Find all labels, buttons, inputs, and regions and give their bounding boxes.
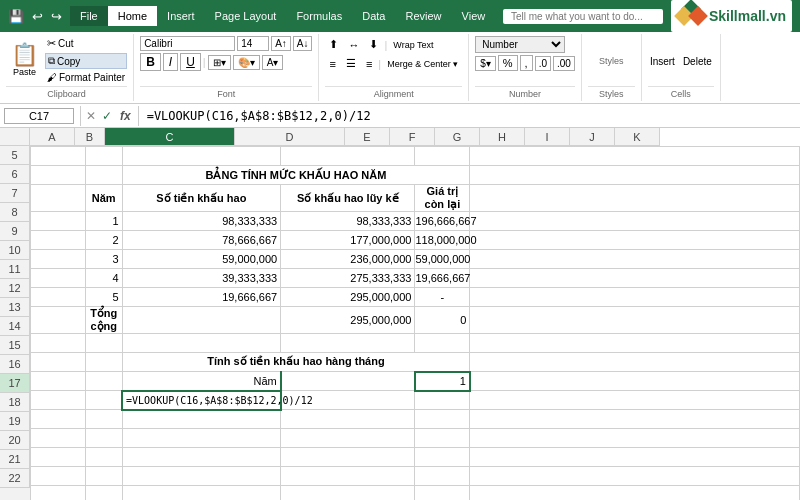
cell-a7[interactable] [31,185,86,212]
tab-file[interactable]: File [70,6,108,26]
row-number-12[interactable]: 12 [0,279,30,298]
col-header-c[interactable]: C [105,128,235,146]
number-format-select[interactable]: Number General Currency Percentage [475,36,565,53]
cell-b14[interactable] [85,334,122,353]
cell-d9[interactable]: 177,000,000 [281,231,415,250]
row-number-11[interactable]: 11 [0,260,30,279]
tab-page-layout[interactable]: Page Layout [205,6,287,26]
col-header-g[interactable]: G [435,128,480,146]
font-name-select[interactable] [140,36,235,51]
font-size-input[interactable] [237,36,269,51]
border-button[interactable]: ⊞▾ [208,55,231,70]
cell-d5[interactable] [281,147,415,166]
align-bottom-button[interactable]: ⬇ [365,36,382,53]
confirm-icon[interactable]: ✓ [99,109,115,123]
delete-button[interactable]: Delete [681,54,714,69]
cell-a13[interactable] [31,307,86,334]
cell-a17[interactable] [31,391,86,410]
cell-a11[interactable] [31,269,86,288]
cell-a14[interactable] [31,334,86,353]
cell-a9[interactable] [31,231,86,250]
cell-b11[interactable]: 4 [85,269,122,288]
cell-e5[interactable] [415,147,470,166]
cell-a12[interactable] [31,288,86,307]
row-number-9[interactable]: 9 [0,222,30,241]
font-size-increase-button[interactable]: A↑ [271,36,291,51]
name-box[interactable] [4,108,74,124]
cell-a10[interactable] [31,250,86,269]
row-number-21[interactable]: 21 [0,450,30,469]
paste-button[interactable]: 📋 Paste [6,40,43,80]
cell-b7[interactable]: Năm [85,185,122,212]
tab-review[interactable]: Review [395,6,451,26]
col-header-a[interactable]: A [30,128,75,146]
col-header-b[interactable]: B [75,128,105,146]
cell-c11[interactable]: 39,333,333 [122,269,281,288]
cell-d13[interactable]: 295,000,000 [281,307,415,334]
increase-decimal-button[interactable]: .00 [553,56,575,71]
underline-button[interactable]: U [180,53,201,71]
cell-b5[interactable] [85,147,122,166]
undo-icon[interactable]: ↩ [30,8,45,25]
cell-a15[interactable] [31,353,86,372]
currency-button[interactable]: $▾ [475,56,496,71]
align-middle-button[interactable]: ↔ [344,37,363,53]
cell-b15[interactable] [85,353,122,372]
wrap-text-button[interactable]: Wrap Text [389,38,437,52]
align-left-button[interactable]: ≡ [325,56,339,72]
save-icon[interactable]: 💾 [6,8,26,25]
col-header-f[interactable]: F [390,128,435,146]
cell-a8[interactable] [31,212,86,231]
col-header-h[interactable]: H [480,128,525,146]
cell-c6[interactable]: BẢNG TÍNH MỨC KHẤU HAO NĂM [122,166,470,185]
align-center-button[interactable]: ☰ [342,55,360,72]
cell-b6[interactable] [85,166,122,185]
cell-b10[interactable]: 3 [85,250,122,269]
row-number-5[interactable]: 5 [0,146,30,165]
cell-e11[interactable]: 19,666,667 [415,269,470,288]
cell-c14[interactable] [122,334,281,353]
format-painter-button[interactable]: 🖌Format Painter [45,71,127,84]
copy-button[interactable]: ⧉Copy [45,53,127,69]
cell-e12[interactable]: - [415,288,470,307]
cell-a5[interactable] [31,147,86,166]
cell-c7[interactable]: Số tiền khấu hao [122,185,281,212]
row-number-16[interactable]: 16 [0,355,30,374]
cell-c9[interactable]: 78,666,667 [122,231,281,250]
cell-d8[interactable]: 98,333,333 [281,212,415,231]
cell-d16[interactable] [281,372,415,391]
cell-a6[interactable] [31,166,86,185]
col-header-e[interactable]: E [345,128,390,146]
row-number-14[interactable]: 14 [0,317,30,336]
cell-e9[interactable]: 118,000,000 [415,231,470,250]
col-header-d[interactable]: D [235,128,345,146]
row-number-17[interactable]: 17 [0,374,30,393]
tab-home[interactable]: Home [108,6,157,26]
comma-button[interactable]: , [520,55,533,71]
font-size-decrease-button[interactable]: A↓ [293,36,313,51]
row-number-10[interactable]: 10 [0,241,30,260]
row-number-8[interactable]: 8 [0,203,30,222]
cell-c17[interactable]: =VLOOKUP(C16,$A$8:$B$12,2,0)/12 [122,391,281,410]
cell-e16[interactable]: 1 [415,372,470,391]
italic-button[interactable]: I [163,53,178,71]
cell-b8[interactable]: 1 [85,212,122,231]
cell-c5[interactable] [122,147,281,166]
cell-e7[interactable]: Giá trị còn lại [415,185,470,212]
tab-formulas[interactable]: Formulas [286,6,352,26]
search-input[interactable] [503,9,663,24]
bold-button[interactable]: B [140,53,161,71]
row-number-18[interactable]: 18 [0,393,30,412]
cell-e17[interactable] [415,391,470,410]
row-number-13[interactable]: 13 [0,298,30,317]
redo-icon[interactable]: ↪ [49,8,64,25]
col-header-k[interactable]: K [615,128,660,146]
insert-button[interactable]: Insert [648,54,677,69]
cell-b17[interactable] [85,391,122,410]
cell-b13[interactable]: Tổng cộng [85,307,122,334]
align-right-button[interactable]: ≡ [362,56,376,72]
align-top-button[interactable]: ⬆ [325,36,342,53]
cell-c15[interactable]: Tính số tiền khấu hao hàng tháng [122,353,470,372]
row-number-20[interactable]: 20 [0,431,30,450]
decrease-decimal-button[interactable]: .0 [535,56,551,71]
